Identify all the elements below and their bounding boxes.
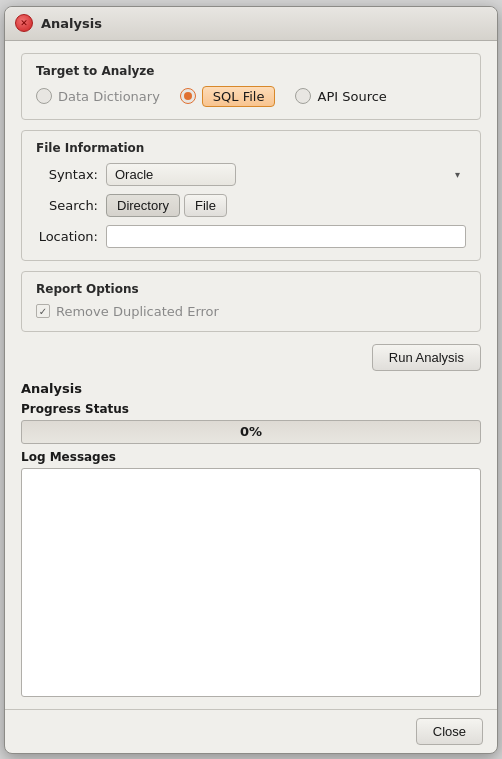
window-title: Analysis xyxy=(41,16,102,31)
analysis-window: Analysis Target to Analyze Data Dictiona… xyxy=(4,6,498,754)
sql-file-label: SQL File xyxy=(202,86,276,107)
radio-row: Data Dictionary SQL File API Source xyxy=(36,86,466,107)
target-section-label: Target to Analyze xyxy=(36,64,466,78)
radio-sql-file-outer[interactable] xyxy=(180,88,196,104)
radio-sql-file-inner xyxy=(184,92,192,100)
run-analysis-button[interactable]: Run Analysis xyxy=(372,344,481,371)
search-button-group: Directory File xyxy=(106,194,466,217)
directory-button[interactable]: Directory xyxy=(106,194,180,217)
file-button[interactable]: File xyxy=(184,194,227,217)
report-options-label: Report Options xyxy=(36,282,466,296)
report-options-section: Report Options ✓ Remove Duplicated Error xyxy=(21,271,481,332)
file-info-label: File Information xyxy=(36,141,466,155)
close-window-button[interactable] xyxy=(15,14,33,32)
search-label: Search: xyxy=(36,198,106,213)
window-content: Target to Analyze Data Dictionary SQL Fi… xyxy=(5,41,497,709)
checkbox-row: ✓ Remove Duplicated Error xyxy=(36,304,466,319)
syntax-select-wrapper: Oracle MySQL PostgreSQL SQL Server ▾ xyxy=(106,163,466,186)
remove-duplicated-label: Remove Duplicated Error xyxy=(56,304,219,319)
run-btn-row: Run Analysis xyxy=(21,344,481,371)
location-input[interactable] xyxy=(106,225,466,248)
radio-api-source-outer[interactable] xyxy=(295,88,311,104)
log-section: Log Messages xyxy=(21,450,481,697)
progress-section: Progress Status 0% xyxy=(21,402,481,444)
progress-text: 0% xyxy=(240,424,262,439)
bottom-bar: Close xyxy=(5,709,497,753)
radio-data-dict[interactable]: Data Dictionary xyxy=(36,88,160,104)
syntax-label: Syntax: xyxy=(36,167,106,182)
radio-api-source-label: API Source xyxy=(317,89,386,104)
title-bar: Analysis xyxy=(5,7,497,41)
log-label: Log Messages xyxy=(21,450,481,464)
radio-data-dict-label: Data Dictionary xyxy=(58,89,160,104)
radio-api-source[interactable]: API Source xyxy=(295,88,386,104)
checkbox-check-icon: ✓ xyxy=(39,306,47,317)
close-dialog-button[interactable]: Close xyxy=(416,718,483,745)
radio-sql-file[interactable]: SQL File xyxy=(180,86,276,107)
log-box[interactable] xyxy=(21,468,481,697)
progress-label: Progress Status xyxy=(21,402,481,416)
remove-duplicated-checkbox[interactable]: ✓ xyxy=(36,304,50,318)
select-arrow-icon: ▾ xyxy=(455,169,460,180)
location-label: Location: xyxy=(36,229,106,244)
target-section: Target to Analyze Data Dictionary SQL Fi… xyxy=(21,53,481,120)
analysis-section: Analysis Progress Status 0% Log Messages xyxy=(21,381,481,697)
analysis-title: Analysis xyxy=(21,381,481,396)
progress-bar: 0% xyxy=(21,420,481,444)
radio-data-dict-outer[interactable] xyxy=(36,88,52,104)
file-info-grid: Syntax: Oracle MySQL PostgreSQL SQL Serv… xyxy=(36,163,466,248)
file-info-section: File Information Syntax: Oracle MySQL Po… xyxy=(21,130,481,261)
syntax-select[interactable]: Oracle MySQL PostgreSQL SQL Server xyxy=(106,163,236,186)
